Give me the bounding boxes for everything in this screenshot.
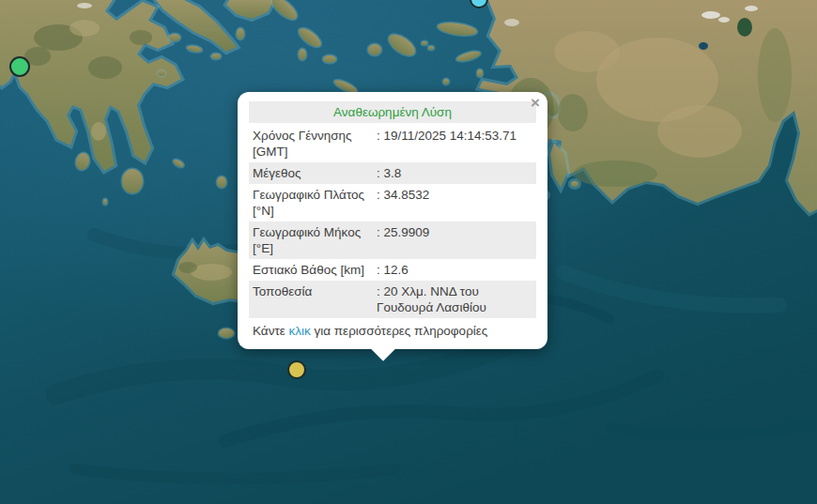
row-value: : 19/11/2025 14:14:53.71 <box>373 128 532 160</box>
klik-link[interactable]: κλικ <box>289 324 311 338</box>
row-label: Γεωγραφικό Μήκος [°E] <box>253 224 373 256</box>
popup-row-origin-time: Χρόνος Γέννησης [GMT] : 19/11/2025 14:14… <box>249 125 536 162</box>
row-label: Εστιακό Βάθος [km] <box>253 262 373 278</box>
popup-row-location: Τοποθεσία : 20 Χλμ. ΝΝΔ του Γουδουρά Λασ… <box>249 281 536 318</box>
popup-row-depth: Εστιακό Βάθος [km] : 12.6 <box>249 259 536 281</box>
row-value: : 3.8 <box>373 165 532 181</box>
popup-row-longitude: Γεωγραφικό Μήκος [°E] : 25.9909 <box>249 221 536 259</box>
row-value: : 34.8532 <box>373 187 532 219</box>
earthquake-marker-yellow[interactable] <box>287 360 306 379</box>
earthquake-marker-green[interactable] <box>9 56 30 77</box>
row-label: Τοποθεσία <box>253 283 373 315</box>
popup-row-latitude: Γεωγραφικό Πλάτος [°N] : 34.8532 <box>249 184 536 221</box>
popup-footer: Κάντε κλικ για περισσότερες πληροφορίες <box>249 318 536 340</box>
popup-title: Αναθεωρημένη Λύση <box>249 101 536 123</box>
map-stage: × Αναθεωρημένη Λύση Χρόνος Γέννησης [GMT… <box>0 0 817 504</box>
row-label: Μέγεθος <box>253 165 373 181</box>
footer-text: για περισσότερες πληροφορίες <box>311 324 488 338</box>
popup-row-magnitude: Μέγεθος : 3.8 <box>249 162 536 184</box>
row-value: : 12.6 <box>373 262 532 278</box>
island <box>571 181 578 187</box>
row-value: : 20 Χλμ. ΝΝΔ του Γουδουρά Λασιθίου <box>373 283 532 315</box>
row-label: Χρόνος Γέννησης [GMT] <box>253 128 373 160</box>
close-icon[interactable]: × <box>531 95 540 111</box>
row-value: : 25.9909 <box>373 224 532 256</box>
earthquake-popup: × Αναθεωρημένη Λύση Χρόνος Γέννησης [GMT… <box>238 92 547 349</box>
footer-text: Κάντε <box>253 324 289 338</box>
row-label: Γεωγραφικό Πλάτος [°N] <box>253 187 373 219</box>
